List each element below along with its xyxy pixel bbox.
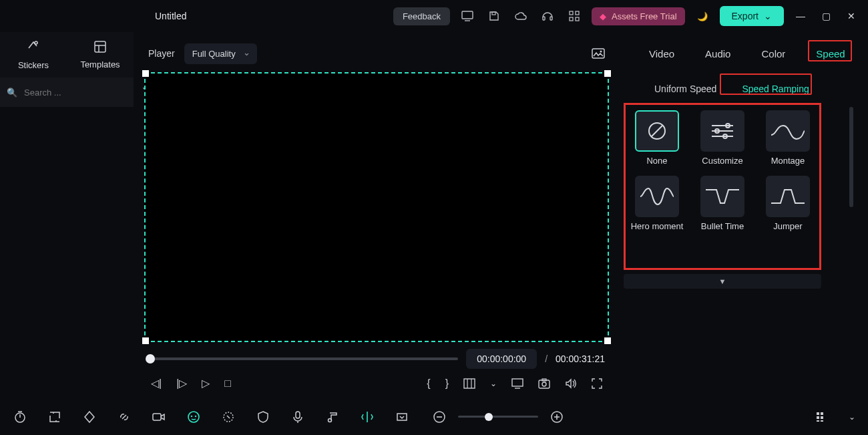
quality-dropdown[interactable]: Full Quality xyxy=(184,43,257,64)
resize-handle-tr[interactable] xyxy=(604,70,611,77)
svg-rect-3 xyxy=(550,17,552,20)
player-panel: Player Full Quality 00:00:00:00 / 00:00:… xyxy=(134,32,614,398)
display-icon[interactable] xyxy=(511,378,523,389)
expand-presets-button[interactable]: ▼ xyxy=(624,274,821,289)
preset-bullet-time[interactable]: Bullet Time xyxy=(695,176,750,232)
preset-none[interactable]: None xyxy=(630,110,684,166)
minimize-button[interactable]: — xyxy=(792,11,809,21)
export-label: Export xyxy=(732,11,758,21)
resize-handle-bl[interactable] xyxy=(142,337,149,344)
svg-rect-14 xyxy=(539,380,550,388)
zoom-out-button[interactable] xyxy=(431,409,447,425)
svg-point-28 xyxy=(329,418,332,422)
templates-icon xyxy=(93,40,107,57)
assets-trial-button[interactable]: ◆ Assets Free Trial xyxy=(592,7,685,25)
prop-tab-video[interactable]: Video xyxy=(642,43,681,65)
ai-icon[interactable] xyxy=(186,409,202,425)
library-search-input[interactable] xyxy=(24,88,136,98)
moon-icon[interactable]: 🌙 xyxy=(693,7,712,25)
library-tab-stickers[interactable]: Stickers xyxy=(0,32,67,78)
feedback-button[interactable]: Feedback xyxy=(393,7,450,25)
frame-icon[interactable] xyxy=(394,409,410,425)
highlight-presets: None Customize Montage Hero moment Bulle… xyxy=(624,103,821,270)
export-button[interactable]: Export ⌄ xyxy=(720,6,784,26)
mark-in-button[interactable]: { xyxy=(427,378,430,390)
preset-montage[interactable]: Montage xyxy=(761,110,815,166)
preset-jumper[interactable]: Jumper xyxy=(761,176,815,232)
player-label: Player xyxy=(148,48,175,59)
microphone-icon[interactable] xyxy=(290,409,306,425)
document-title: Untitled xyxy=(155,11,186,21)
assets-trial-label: Assets Free Trial xyxy=(612,11,677,21)
current-time: 00:00:00:00 xyxy=(466,349,537,369)
aspect-icon[interactable] xyxy=(463,378,475,389)
split-icon[interactable] xyxy=(359,409,375,425)
resize-handle-br[interactable] xyxy=(604,337,611,344)
svg-rect-22 xyxy=(153,414,161,420)
chevron-down-icon: ⌄ xyxy=(764,11,772,21)
chevron-down-icon[interactable]: ⌄ xyxy=(848,409,856,425)
svg-rect-34 xyxy=(817,416,819,419)
prop-tab-audio[interactable]: Audio xyxy=(698,43,737,65)
svg-rect-29 xyxy=(397,414,407,420)
keyframe-icon[interactable] xyxy=(81,409,97,425)
cloud-icon[interactable] xyxy=(511,7,530,25)
headphones-icon[interactable] xyxy=(538,7,557,25)
search-icon: 🔍 xyxy=(7,88,17,98)
panel-scrollbar[interactable] xyxy=(849,107,853,207)
preset-hero-moment[interactable]: Hero moment xyxy=(630,176,684,232)
preview-area[interactable] xyxy=(144,72,609,342)
svg-point-8 xyxy=(35,41,37,44)
monitor-icon[interactable] xyxy=(458,7,477,25)
snapshot-icon[interactable] xyxy=(592,47,605,61)
save-icon[interactable] xyxy=(485,7,503,25)
timer-icon[interactable] xyxy=(12,409,28,425)
diamond-icon: ◆ xyxy=(600,11,606,21)
svg-rect-32 xyxy=(817,412,819,415)
crop-icon[interactable] xyxy=(47,409,63,425)
prop-tab-speed[interactable]: Speed xyxy=(809,43,851,65)
zoom-slider[interactable] xyxy=(458,416,538,418)
effects-icon[interactable] xyxy=(220,409,236,425)
preset-customize[interactable]: Customize xyxy=(695,110,750,166)
camera-icon[interactable] xyxy=(538,378,550,389)
grid-view-icon[interactable] xyxy=(813,409,829,425)
maximize-button[interactable]: ▢ xyxy=(817,11,835,21)
svg-point-25 xyxy=(195,415,196,416)
svg-rect-7 xyxy=(576,17,579,21)
mark-out-button[interactable]: } xyxy=(445,378,449,390)
volume-icon[interactable] xyxy=(565,378,577,389)
svg-point-11 xyxy=(600,50,602,52)
close-button[interactable]: ✕ xyxy=(843,11,860,21)
svg-rect-13 xyxy=(512,379,523,386)
library-tab-templates[interactable]: Templates xyxy=(67,32,134,78)
resize-handle-tl[interactable] xyxy=(142,70,149,77)
link-icon[interactable] xyxy=(116,409,132,425)
fullscreen-icon[interactable] xyxy=(592,378,602,389)
svg-rect-9 xyxy=(95,41,105,52)
svg-rect-10 xyxy=(592,49,604,58)
speed-sub-ramping[interactable]: Speed Ramping xyxy=(735,80,815,98)
prop-tab-color[interactable]: Color xyxy=(754,43,792,65)
zoom-thumb[interactable] xyxy=(485,413,493,421)
property-panel: Video Audio Color Speed Uniform Speed Sp… xyxy=(614,32,863,398)
zoom-in-button[interactable] xyxy=(549,409,565,425)
duration: 00:00:31:21 xyxy=(556,353,605,364)
time-separator: / xyxy=(545,353,548,364)
play-button[interactable]: ▷ xyxy=(202,377,210,390)
music-icon[interactable] xyxy=(324,409,341,425)
seek-bar[interactable] xyxy=(148,357,458,360)
step-back-button[interactable]: ◁| xyxy=(151,377,162,390)
speed-sub-uniform[interactable]: Uniform Speed xyxy=(648,80,723,98)
stop-button[interactable]: □ xyxy=(224,378,231,390)
grid-icon[interactable] xyxy=(565,7,584,25)
record-icon[interactable] xyxy=(151,409,167,425)
svg-rect-12 xyxy=(464,379,475,388)
seek-thumb[interactable] xyxy=(146,354,155,364)
step-forward-button[interactable]: |▷ xyxy=(176,377,187,390)
shield-icon[interactable] xyxy=(255,409,271,425)
chevron-down-icon[interactable]: ⌄ xyxy=(490,379,497,388)
svg-point-23 xyxy=(188,412,199,422)
sticker-icon xyxy=(26,39,41,57)
svg-rect-0 xyxy=(462,11,473,19)
